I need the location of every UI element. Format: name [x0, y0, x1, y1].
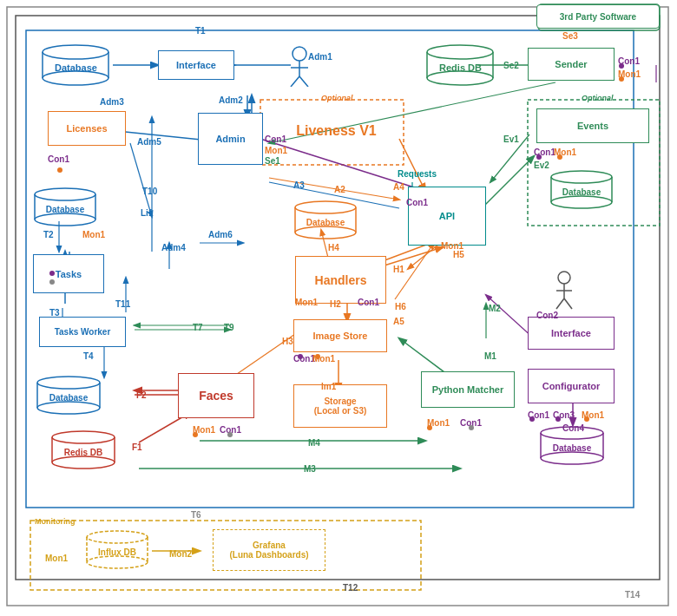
svg-line-99	[556, 298, 564, 309]
dot-con1-events	[536, 154, 542, 160]
mon1-api-label: Mon1	[441, 241, 463, 251]
svg-line-100	[564, 298, 572, 309]
svg-point-59	[292, 47, 306, 61]
con1-handlers-label: Con1	[358, 298, 379, 307]
t10-label: T10	[142, 187, 157, 196]
h5-label: H5	[453, 250, 464, 259]
svg-point-71	[551, 196, 612, 208]
svg-point-79	[295, 226, 356, 239]
t14-label: T14	[625, 590, 640, 600]
events-box: Events	[536, 108, 649, 143]
interface-box: Interface	[158, 50, 234, 80]
image-store-box: Image Store	[293, 319, 387, 352]
dot-mon1-events	[557, 154, 562, 160]
dot-mon1-faces	[193, 432, 198, 437]
dot-con1-is	[298, 354, 303, 359]
svg-point-68	[551, 171, 612, 183]
t2-label: T2	[43, 230, 54, 239]
h3-label: H3	[282, 337, 293, 346]
adm1-label: Adm1	[308, 52, 332, 62]
h2-label: H2	[330, 299, 341, 309]
database-tasks-top: Database	[30, 187, 100, 228]
h1-label: H1	[393, 265, 404, 274]
t9-label: T9	[224, 323, 234, 332]
mon2-label: Mon2	[169, 549, 192, 559]
dot-mon1-pm	[427, 425, 432, 430]
redis-db-bottom: Redis DB	[48, 429, 119, 471]
dot-mon1-config	[584, 416, 589, 422]
database-events: Database	[547, 169, 616, 211]
python-matcher-box: Python Matcher	[421, 371, 515, 408]
svg-point-83	[37, 402, 100, 414]
svg-point-96	[558, 272, 570, 284]
dot-con1-tasks	[49, 271, 55, 276]
tasks-box: Tasks	[33, 254, 104, 293]
se3-label: Se3	[562, 31, 578, 41]
mon1-tasks-label: Mon1	[82, 230, 105, 239]
svg-point-95	[87, 556, 148, 568]
svg-point-72	[35, 188, 95, 200]
interface-right-box: Interface	[528, 317, 615, 350]
mon1-monitoring-label: Mon1	[45, 554, 68, 563]
liveness-v1-label: Liveness V1	[273, 106, 399, 156]
adm5-label: Adm5	[137, 137, 161, 147]
grafana-box: Grafana (Luna Dashboards)	[213, 529, 325, 571]
database-faces: Database	[33, 375, 104, 416]
svg-point-92	[87, 531, 148, 543]
m1-label: M1	[484, 351, 496, 361]
svg-point-76	[295, 201, 356, 213]
se2-label: Se2	[503, 61, 519, 70]
se1-label: Se1	[265, 156, 280, 166]
svg-point-87	[52, 456, 115, 469]
redis-db-top: Redis DB	[424, 43, 497, 87]
handlers-box: Handlers	[295, 256, 386, 304]
a5-label: A5	[393, 317, 404, 326]
m3-label: M3	[304, 464, 316, 474]
a3-label: A3	[293, 180, 305, 190]
admin-box: Admin	[198, 113, 263, 165]
influx-db: Influx DB	[82, 529, 152, 571]
svg-line-36	[130, 143, 152, 217]
diagram-container: 3rd Party Software Se3 Database Interfac…	[0, 0, 677, 616]
h4-label: H4	[328, 243, 339, 252]
f1-label: F1	[132, 442, 142, 452]
dot-con3-config	[555, 416, 561, 422]
h6-label: H6	[395, 302, 406, 311]
con4-label: Con4	[562, 423, 584, 433]
dot-con1-config	[529, 416, 535, 422]
database-top: Database	[39, 43, 113, 87]
m2-label: M2	[489, 304, 501, 313]
svg-point-75	[35, 213, 95, 226]
optional-events-label: Optional	[582, 94, 614, 102]
api-box: API	[408, 187, 486, 246]
t12-label: T12	[343, 583, 358, 593]
t6-label: T6	[191, 510, 201, 520]
mon1-admin-label: Mon1	[265, 146, 287, 155]
dot-con1-faces	[227, 432, 233, 437]
svg-point-58	[43, 71, 108, 85]
requests-label: Requests	[398, 169, 437, 179]
third-party-box: 3rd Party Software	[536, 4, 660, 29]
sender-box: Sender	[528, 48, 615, 81]
adm4-label: Adm4	[161, 243, 186, 252]
t1-label: T1	[195, 26, 206, 36]
faces-box: Faces	[178, 373, 254, 418]
svg-point-55	[43, 45, 108, 59]
im1-label: Im1	[321, 382, 336, 391]
dot-mon1-sender	[619, 76, 624, 82]
dot-mon1-is	[315, 354, 320, 359]
storage-box: Storage (Local or S3)	[293, 384, 387, 428]
svg-line-32	[482, 156, 534, 208]
mon1-handlers-label: Mon1	[295, 298, 318, 307]
li1-label: Li1	[141, 208, 153, 218]
configurator-box: Configurator	[528, 369, 615, 403]
licenses-box: Licenses	[48, 111, 126, 146]
optional-liveness-label: Optional	[321, 94, 353, 102]
person-icon-right	[551, 269, 577, 311]
svg-point-84	[52, 431, 115, 443]
dot-mon1-db	[57, 167, 62, 173]
con1-admin-label: Con1	[265, 134, 286, 144]
t7-label: T7	[193, 323, 203, 332]
database-liveness: Database	[291, 200, 360, 241]
t3-label: T3	[49, 308, 60, 318]
